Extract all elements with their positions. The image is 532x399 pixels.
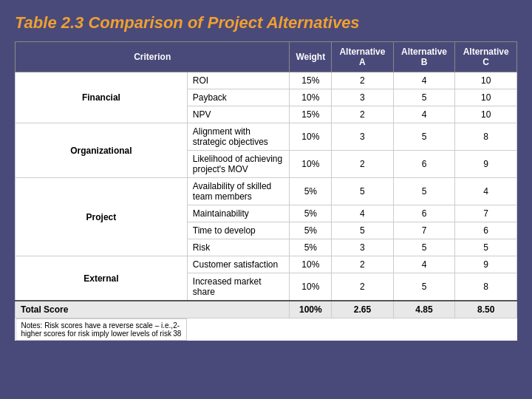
val-cell: 5 <box>393 123 455 151</box>
val-cell: 2 <box>332 256 393 273</box>
val-cell: 2 <box>332 72 393 89</box>
val-cell: 9 <box>455 151 517 178</box>
weight-cell: 5% <box>290 239 332 256</box>
val-cell: 5 <box>332 222 393 239</box>
table-row: ExternalCustomer satisfaction10%249 <box>16 256 517 273</box>
criterion-cell: Payback <box>187 89 290 106</box>
weight-cell: 10% <box>290 273 332 301</box>
criterion-cell: ROI <box>187 72 290 89</box>
criterion-cell: NPV <box>187 106 290 123</box>
criterion-cell: Maintainability <box>187 205 290 222</box>
total-cell: 4.85 <box>393 301 455 318</box>
val-cell: 10 <box>455 106 517 123</box>
val-cell: 5 <box>393 178 455 205</box>
val-cell: 8 <box>455 123 517 151</box>
weight-cell: 15% <box>290 72 332 89</box>
page-title: Table 2.3 Comparison of Project Alternat… <box>15 13 517 33</box>
val-cell: 10 <box>455 72 517 89</box>
weight-cell: 5% <box>290 178 332 205</box>
notes-text: Notes: Risk scores have a reverse scale … <box>21 321 174 338</box>
val-cell: 7 <box>393 222 455 239</box>
val-cell: 5 <box>393 239 455 256</box>
val-cell: 4 <box>393 256 455 273</box>
notes-row: Notes: Risk scores have a reverse scale … <box>16 318 517 341</box>
val-cell: 3 <box>332 89 393 106</box>
total-cell: 8.50 <box>455 301 517 318</box>
weight-cell: 10% <box>290 256 332 273</box>
category-cell: Project <box>16 178 188 256</box>
criterion-cell: Time to develop <box>187 222 290 239</box>
val-cell: 2 <box>332 151 393 178</box>
weight-cell: 10% <box>290 89 332 106</box>
val-cell: 2 <box>332 273 393 301</box>
val-cell: 5 <box>393 273 455 301</box>
category-cell: Organizational <box>16 123 188 178</box>
header-alt-a: Alternative A <box>332 42 393 72</box>
total-cell: 100% <box>290 301 332 318</box>
weight-cell: 15% <box>290 106 332 123</box>
notes-cell: Notes: Risk scores have a reverse scale … <box>16 318 188 341</box>
header-alt-c: Alternative C <box>455 42 517 72</box>
weight-cell: 5% <box>290 222 332 239</box>
criterion-cell: Likelihood of achieving project's MOV <box>187 151 290 178</box>
header-weight: Weight <box>290 42 332 72</box>
weight-cell: 5% <box>290 205 332 222</box>
val-cell: 4 <box>332 205 393 222</box>
val-cell: 5 <box>332 178 393 205</box>
category-cell: Financial <box>16 72 188 123</box>
val-cell: 6 <box>455 222 517 239</box>
total-cell: 2.65 <box>332 301 393 318</box>
comparison-table: Criterion Weight Alternative A Alternati… <box>15 41 517 341</box>
page-number: 2-38 <box>173 321 181 338</box>
header-criterion: Criterion <box>16 42 290 72</box>
val-cell: 7 <box>455 205 517 222</box>
criterion-cell: Customer satisfaction <box>187 256 290 273</box>
val-cell: 3 <box>332 123 393 151</box>
val-cell: 6 <box>393 205 455 222</box>
criterion-cell: Alignment with strategic objectives <box>187 123 290 151</box>
val-cell: 6 <box>393 151 455 178</box>
weight-cell: 10% <box>290 123 332 151</box>
val-cell: 4 <box>393 106 455 123</box>
val-cell: 10 <box>455 89 517 106</box>
val-cell: 3 <box>332 239 393 256</box>
criterion-cell: Increased market share <box>187 273 290 301</box>
table-row: FinancialROI15%2410 <box>16 72 517 89</box>
val-cell: 8 <box>455 273 517 301</box>
total-cell: Total Score <box>16 301 290 318</box>
val-cell: 4 <box>455 178 517 205</box>
category-cell: External <box>16 256 188 301</box>
table-row: ProjectAvailability of skilled team memb… <box>16 178 517 205</box>
val-cell: 2 <box>332 106 393 123</box>
criterion-cell: Risk <box>187 239 290 256</box>
val-cell: 4 <box>393 72 455 89</box>
table-row: OrganizationalAlignment with strategic o… <box>16 123 517 151</box>
val-cell: 5 <box>393 89 455 106</box>
val-cell: 9 <box>455 256 517 273</box>
header-alt-b: Alternative B <box>393 42 455 72</box>
page: Table 2.3 Comparison of Project Alternat… <box>0 0 532 399</box>
total-row: Total Score100%2.654.858.50 <box>16 301 517 318</box>
weight-cell: 10% <box>290 151 332 178</box>
criterion-cell: Availability of skilled team members <box>187 178 290 205</box>
val-cell: 5 <box>455 239 517 256</box>
